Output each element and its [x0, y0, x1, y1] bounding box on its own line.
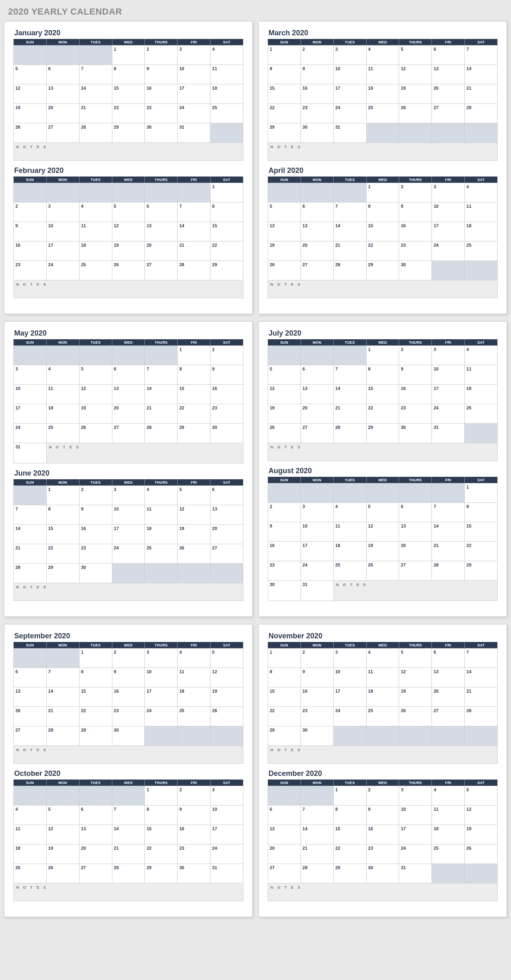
- day-header: SUN: [14, 340, 47, 346]
- month-sep: September 2020SUNMONTUESWEDTHURSFRISAT12…: [13, 632, 243, 764]
- day-cell: 10: [210, 806, 243, 825]
- empty-cell: [145, 183, 178, 202]
- day-cell: 21: [46, 707, 79, 726]
- day-cell: 1: [178, 346, 210, 365]
- day-cell: 15: [366, 222, 399, 241]
- day-cell: 17: [145, 687, 178, 707]
- day-header: MON: [46, 480, 79, 486]
- day-cell: 20: [14, 707, 47, 726]
- day-cell: 12: [178, 505, 210, 525]
- notes-area: N O T E S: [13, 883, 243, 901]
- day-cell: 15: [210, 222, 243, 241]
- day-header: WED: [112, 177, 145, 183]
- day-header: WED: [366, 642, 399, 648]
- day-cell: 23: [399, 404, 432, 424]
- day-cell: 19: [366, 542, 399, 561]
- day-cell: 8: [333, 806, 366, 825]
- empty-cell: [333, 726, 366, 746]
- day-cell: 18: [465, 385, 498, 404]
- empty-cell: [432, 483, 465, 503]
- day-cell: 3: [145, 648, 178, 668]
- day-cell: 15: [465, 522, 498, 542]
- day-cell: 10: [333, 668, 366, 687]
- day-cell: 8: [268, 65, 301, 84]
- day-cell: 6: [432, 45, 465, 65]
- empty-cell: [14, 648, 47, 668]
- day-header: SUN: [14, 780, 47, 786]
- day-cell: 5: [210, 648, 243, 668]
- day-cell: 28: [465, 104, 498, 123]
- day-cell: 26: [268, 424, 301, 443]
- day-cell: 5: [112, 202, 145, 222]
- day-cell: 12: [14, 84, 47, 104]
- day-cell: 11: [432, 806, 465, 825]
- day-cell: 25: [210, 104, 243, 123]
- day-cell: 5: [79, 365, 112, 385]
- day-cell: 31: [432, 424, 465, 443]
- month-grid: SUNMONTUESWEDTHURSFRISAT1234567891011121…: [13, 479, 243, 583]
- month-oct: October 2020SUNMONTUESWEDTHURSFRISAT1234…: [13, 769, 243, 901]
- day-cell: 21: [465, 84, 498, 104]
- day-cell: 26: [465, 844, 498, 864]
- day-cell: 4: [145, 486, 178, 505]
- day-cell: 1: [268, 45, 301, 65]
- day-cell: 20: [210, 525, 243, 544]
- day-cell: 8: [465, 503, 498, 522]
- page-title: 2020 YEARLY CALENDAR: [8, 6, 507, 17]
- day-cell: 27: [399, 561, 432, 581]
- day-cell: 24: [145, 707, 178, 726]
- day-cell: 27: [46, 123, 79, 143]
- day-cell: 20: [46, 104, 79, 123]
- day-cell: 5: [465, 786, 498, 806]
- day-cell: 28: [79, 123, 112, 143]
- empty-cell: [79, 45, 112, 65]
- day-cell: 9: [268, 522, 301, 542]
- day-cell: 1: [210, 183, 243, 202]
- day-header: TUES: [79, 340, 112, 346]
- day-cell: 7: [145, 365, 178, 385]
- empty-cell: [268, 483, 301, 503]
- empty-cell: [301, 786, 333, 806]
- day-cell: 9: [399, 202, 432, 222]
- day-cell: 4: [178, 648, 210, 668]
- day-cell: 19: [178, 525, 210, 544]
- day-cell: 10: [178, 65, 210, 84]
- day-cell: 17: [46, 241, 79, 261]
- day-cell: 24: [333, 104, 366, 123]
- day-cell: 2: [178, 786, 210, 806]
- sheet-left: January 2020SUNMONTUESWEDTHURSFRISAT1234…: [4, 21, 253, 314]
- empty-cell: [399, 483, 432, 503]
- day-cell: 11: [465, 365, 498, 385]
- day-header: SUN: [268, 340, 301, 346]
- empty-cell: [210, 564, 243, 583]
- day-cell: 17: [178, 84, 210, 104]
- notes-area: N O T E S: [268, 443, 498, 461]
- notes-area: N O T E S: [13, 746, 243, 764]
- day-cell: 24: [112, 544, 145, 564]
- month-title: February 2020: [14, 166, 243, 175]
- day-cell: 6: [79, 806, 112, 825]
- day-cell: 18: [14, 844, 47, 864]
- day-header: SAT: [465, 780, 498, 786]
- day-cell: 29: [333, 864, 366, 883]
- day-header: SAT: [210, 642, 243, 648]
- day-cell: 26: [112, 261, 145, 280]
- day-cell: 20: [399, 542, 432, 561]
- day-header: THURS: [145, 480, 178, 486]
- day-cell: 23: [178, 844, 210, 864]
- day-cell: 1: [333, 786, 366, 806]
- day-cell: 24: [432, 241, 465, 261]
- day-cell: 2: [112, 648, 145, 668]
- month-mar: March 2020SUNMONTUESWEDTHURSFRISAT123456…: [268, 29, 498, 161]
- day-cell: 21: [432, 542, 465, 561]
- day-header: WED: [112, 780, 145, 786]
- day-cell: 9: [366, 806, 399, 825]
- day-header: WED: [366, 340, 399, 346]
- empty-cell: [210, 726, 243, 746]
- day-header: TUES: [333, 340, 366, 346]
- month-title: June 2020: [14, 469, 243, 478]
- day-cell: 19: [210, 687, 243, 707]
- day-cell: 20: [432, 687, 465, 707]
- day-cell: 23: [268, 561, 301, 581]
- empty-cell: [301, 346, 333, 365]
